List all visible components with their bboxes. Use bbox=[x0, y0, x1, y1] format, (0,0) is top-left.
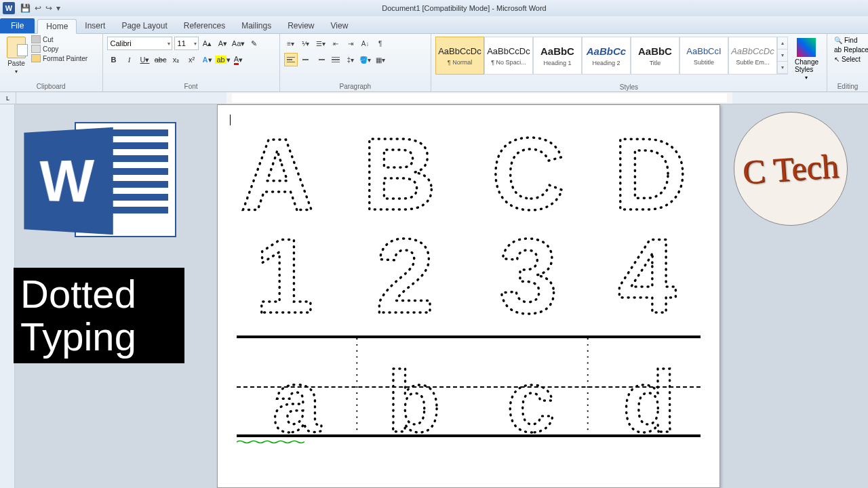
grow-font-button[interactable]: A▴ bbox=[201, 37, 214, 50]
font-name-combo[interactable]: Calibri bbox=[107, 37, 172, 50]
align-left-button[interactable] bbox=[284, 53, 298, 66]
select-button[interactable]: ↖Select bbox=[834, 56, 861, 63]
tab-review[interactable]: Review bbox=[279, 18, 322, 33]
paste-button[interactable]: Paste ▾ bbox=[4, 35, 28, 76]
chevron-up-icon[interactable]: ▴ bbox=[778, 37, 787, 49]
word-logo-overlay: W bbox=[20, 115, 176, 251]
copy-button[interactable]: Copy bbox=[31, 45, 87, 53]
shading-button[interactable]: 🪣▾ bbox=[359, 53, 372, 66]
dotted-letters-row2: 1 2 3 4 bbox=[230, 226, 705, 327]
expand-icon[interactable]: ▾ bbox=[778, 62, 787, 74]
svg-text:4: 4 bbox=[618, 226, 676, 327]
chevron-down-icon[interactable]: ▾ bbox=[778, 49, 787, 62]
undo-icon[interactable]: ↩ bbox=[35, 3, 41, 13]
style-no-spacing[interactable]: AaBbCcDc¶ No Spaci... bbox=[484, 37, 533, 75]
align-right-button[interactable] bbox=[314, 53, 328, 66]
cut-button[interactable]: Cut bbox=[31, 35, 87, 43]
text-cursor bbox=[230, 115, 231, 125]
paste-label: Paste bbox=[7, 60, 25, 67]
tab-references[interactable]: References bbox=[176, 18, 233, 33]
redo-icon[interactable]: ↪ bbox=[45, 3, 52, 13]
group-label-font: Font bbox=[107, 83, 275, 92]
justify-button[interactable] bbox=[329, 53, 342, 66]
underline-button[interactable]: U▾ bbox=[138, 53, 152, 66]
spelling-squiggle bbox=[237, 440, 304, 444]
ribbon-tabs: File Home Insert Page Layout References … bbox=[0, 16, 868, 34]
tab-home[interactable]: Home bbox=[37, 19, 77, 34]
copy-icon bbox=[31, 45, 41, 53]
tab-insert[interactable]: Insert bbox=[77, 18, 113, 33]
line-spacing-button[interactable]: ‡▾ bbox=[344, 53, 357, 66]
channel-logo: C Tech bbox=[734, 112, 848, 226]
highlight-button[interactable]: ab▾ bbox=[216, 53, 230, 66]
find-button[interactable]: 🔍Find bbox=[834, 37, 861, 44]
sort-button[interactable]: A↓ bbox=[359, 37, 372, 50]
select-icon: ↖ bbox=[834, 56, 840, 63]
shrink-font-button[interactable]: A▾ bbox=[216, 37, 230, 50]
change-styles-icon bbox=[797, 38, 816, 57]
group-label-styles: Styles bbox=[435, 83, 823, 92]
find-icon: 🔍 bbox=[834, 37, 842, 44]
bold-button[interactable]: B bbox=[107, 53, 121, 66]
svg-text:C: C bbox=[492, 128, 565, 223]
styles-gallery: AaBbCcDc¶ Normal AaBbCcDc¶ No Spaci... A… bbox=[435, 35, 788, 75]
clear-formatting-button[interactable]: ✎ bbox=[248, 37, 261, 50]
style-subtitle[interactable]: AaBbCcISubtitle bbox=[679, 37, 728, 75]
tracing-lines: a b c d bbox=[237, 336, 701, 437]
style-heading2[interactable]: AaBbCcHeading 2 bbox=[582, 37, 631, 75]
style-title[interactable]: AaBbCTitle bbox=[631, 37, 679, 75]
borders-button[interactable]: ▦▾ bbox=[374, 53, 387, 66]
chevron-down-icon: ▾ bbox=[805, 75, 808, 81]
svg-text:2: 2 bbox=[376, 226, 434, 327]
document-page[interactable]: A B C D 1 2 3 4 a b c d bbox=[217, 104, 720, 488]
save-icon[interactable]: 💾 bbox=[20, 3, 31, 13]
strike-button[interactable]: abc bbox=[154, 53, 167, 66]
styles-scroll[interactable]: ▴▾▾ bbox=[777, 37, 788, 75]
change-styles-button[interactable]: Change Styles ▾ bbox=[791, 35, 823, 83]
svg-text:a: a bbox=[273, 353, 322, 439]
tab-mailings[interactable]: Mailings bbox=[233, 18, 279, 33]
group-paragraph: ≡▾ ⅟▾ ☰▾ ⇤ ⇥ A↓ ¶ ‡▾ 🪣▾ ▦▾ Paragraph bbox=[280, 34, 431, 92]
tab-page-layout[interactable]: Page Layout bbox=[113, 18, 175, 33]
tab-selector[interactable]: L bbox=[0, 92, 16, 104]
brush-icon bbox=[31, 54, 41, 62]
font-size-combo[interactable]: 11 bbox=[174, 37, 199, 50]
horizontal-ruler[interactable] bbox=[226, 92, 732, 104]
vertical-ruler[interactable] bbox=[0, 104, 15, 488]
format-painter-button[interactable]: Format Painter bbox=[31, 54, 87, 62]
subscript-button[interactable]: x₂ bbox=[170, 53, 183, 66]
quick-access-toolbar: 💾 ↩ ↪ ▾ bbox=[20, 3, 60, 13]
titlebar: W 💾 ↩ ↪ ▾ Document1 [Compatibility Mode]… bbox=[0, 0, 868, 16]
replace-button[interactable]: abReplace bbox=[834, 46, 861, 54]
ruler-bar: L bbox=[0, 92, 868, 104]
paste-icon bbox=[7, 37, 26, 58]
group-font: Calibri 11 A▴ A▾ Aa▾ ✎ B I U▾ abc x₂ x² … bbox=[103, 34, 280, 92]
tab-view[interactable]: View bbox=[323, 18, 357, 33]
align-center-button[interactable] bbox=[299, 53, 313, 66]
word-app-icon: W bbox=[3, 2, 15, 14]
increase-indent-button[interactable]: ⇥ bbox=[344, 37, 357, 50]
style-heading1[interactable]: AaBbCHeading 1 bbox=[533, 37, 582, 75]
bullets-button[interactable]: ≡▾ bbox=[284, 37, 298, 50]
font-color-button[interactable]: A▾ bbox=[232, 53, 245, 66]
group-label-editing: Editing bbox=[831, 83, 864, 92]
svg-text:d: d bbox=[623, 353, 675, 439]
superscript-button[interactable]: x² bbox=[185, 53, 199, 66]
svg-text:b: b bbox=[387, 353, 440, 439]
decrease-indent-button[interactable]: ⇤ bbox=[329, 37, 342, 50]
italic-button[interactable]: I bbox=[123, 53, 136, 66]
svg-text:1: 1 bbox=[255, 226, 313, 327]
show-marks-button[interactable]: ¶ bbox=[374, 37, 387, 50]
style-normal[interactable]: AaBbCcDc¶ Normal bbox=[435, 37, 484, 75]
svg-text:D: D bbox=[614, 128, 687, 223]
dotted-letters-row3: a b c d bbox=[237, 338, 711, 439]
window-title: Document1 [Compatibility Mode] - Microso… bbox=[60, 4, 868, 12]
change-case-button[interactable]: Aa▾ bbox=[232, 37, 245, 50]
svg-text:3: 3 bbox=[499, 226, 557, 327]
numbering-button[interactable]: ⅟▾ bbox=[299, 37, 313, 50]
svg-text:B: B bbox=[363, 128, 436, 223]
text-effects-button[interactable]: A▾ bbox=[201, 53, 214, 66]
multilevel-button[interactable]: ☰▾ bbox=[314, 37, 328, 50]
tab-file[interactable]: File bbox=[0, 18, 35, 33]
style-subtle-em[interactable]: AaBbCcDcSubtle Em... bbox=[728, 37, 777, 75]
